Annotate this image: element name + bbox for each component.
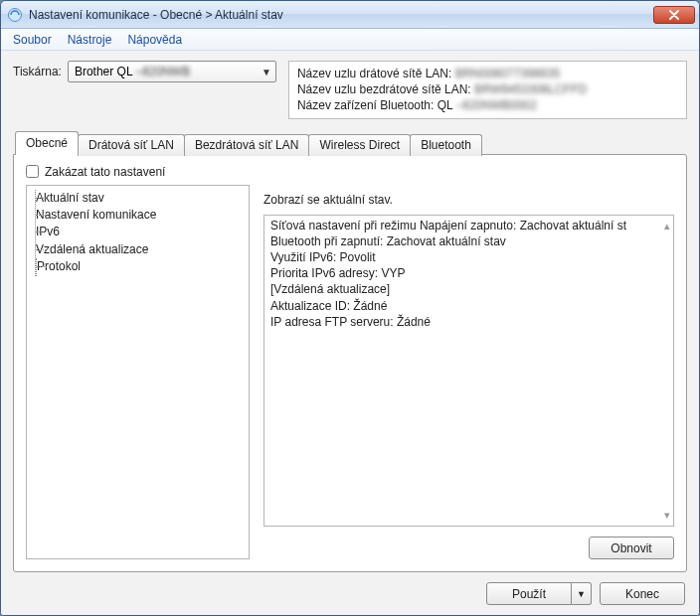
- info-bluetooth: Název zařízení Bluetooth: QL –820NWB0002: [297, 97, 678, 113]
- apply-dropdown-button[interactable]: ▼: [572, 582, 592, 605]
- tab-wireless-direct[interactable]: Wireless Direct: [308, 134, 411, 156]
- window-title: Nastavení komunikace - Obecné > Aktuální…: [29, 8, 653, 22]
- tab-panel-general: Zakázat tato nastavení Aktuální stav Nas…: [13, 154, 687, 572]
- apply-button[interactable]: Použít: [486, 582, 572, 605]
- titlebar[interactable]: Nastavení komunikace - Obecné > Aktuální…: [1, 1, 699, 29]
- printer-value-blur: –820NWB: [136, 65, 191, 78]
- disable-settings-label: Zakázat tato nastavení: [45, 165, 165, 179]
- tree-protocol[interactable]: Protokol: [37, 258, 245, 275]
- status-line: Síťová nastavení při režimu Napájení zap…: [270, 218, 667, 233]
- tree-remote-update-label: Vzdálená aktualizace: [36, 242, 148, 256]
- printer-block: Tiskárna: Brother QL –820NWB ▼: [13, 61, 276, 82]
- status-line: [Vzdálená aktualizace]: [270, 281, 667, 297]
- window-frame: Nastavení komunikace - Obecné > Aktuální…: [0, 0, 700, 616]
- printer-select-value: Brother QL –820NWB: [75, 65, 190, 78]
- info-wired: Název uzlu drátové sítě LAN: BRN00807739…: [297, 66, 678, 81]
- menubar: Soubor Nástroje Nápověda: [1, 29, 699, 51]
- menu-file[interactable]: Soubor: [7, 31, 58, 49]
- info-wireless: Název uzlu bezdrátové sítě LAN: BRW94533…: [297, 81, 678, 97]
- columns: Aktuální stav Nastavení komunikace IPv6 …: [26, 185, 674, 559]
- right-pane-title: Zobrazí se aktuální stav.: [263, 193, 674, 207]
- footer-buttons: Použít ▼ Konec: [13, 572, 687, 605]
- right-pane: Zobrazí se aktuální stav. Síťová nastave…: [263, 185, 674, 559]
- info-bt-prefix: QL: [438, 98, 453, 112]
- refresh-row: Obnovit: [263, 537, 674, 559]
- info-wired-label: Název uzlu drátové sítě LAN:: [297, 67, 451, 80]
- status-line: Bluetooth při zapnutí: Zachovat aktuální…: [270, 233, 667, 249]
- node-info-box: Název uzlu drátové sítě LAN: BRN00807739…: [288, 61, 687, 119]
- tabstrip: Obecné Drátová síť LAN Bezdrátová síť LA…: [13, 131, 687, 155]
- info-wireless-value: BRW9453306LCFFD: [474, 82, 587, 96]
- info-bt-value: –820NWB0002: [456, 98, 537, 112]
- printer-select[interactable]: Brother QL –820NWB ▼: [68, 61, 276, 82]
- status-line: Priorita IPv6 adresy: VYP: [270, 265, 667, 281]
- tab-general[interactable]: Obecné: [15, 131, 79, 155]
- tree-remote-update[interactable]: Vzdálená aktualizace Protokol: [36, 241, 245, 276]
- tree-comm-settings[interactable]: Nastavení komunikace: [36, 207, 245, 224]
- close-button[interactable]: Konec: [600, 582, 685, 605]
- scroll-down-icon[interactable]: ▾: [664, 508, 670, 523]
- disable-settings-row[interactable]: Zakázat tato nastavení: [26, 165, 674, 179]
- app-icon: [7, 7, 23, 23]
- top-row: Tiskárna: Brother QL –820NWB ▼ Název uzl…: [13, 61, 687, 119]
- status-line: Aktualizace ID: Žádné: [270, 298, 667, 314]
- status-line: IP adresa FTP serveru: Žádné: [270, 314, 667, 330]
- tab-wireless[interactable]: Bezdrátová síť LAN: [184, 134, 310, 156]
- tab-area: Obecné Drátová síť LAN Bezdrátová síť LA…: [13, 131, 687, 572]
- client-area: Tiskárna: Brother QL –820NWB ▼ Název uzl…: [1, 51, 699, 615]
- status-textbox[interactable]: Síťová nastavení při režimu Napájení zap…: [263, 215, 674, 527]
- info-wired-value: BRN008077398935: [455, 67, 560, 80]
- tree-ipv6[interactable]: IPv6: [36, 224, 245, 240]
- chevron-down-icon: ▼: [262, 67, 271, 77]
- tab-wired[interactable]: Drátová síť LAN: [78, 134, 185, 156]
- printer-value-prefix: Brother QL: [75, 65, 132, 78]
- disable-settings-checkbox[interactable]: [26, 165, 39, 178]
- scroll-up-icon[interactable]: ▴: [664, 219, 670, 233]
- info-wireless-label: Název uzlu bezdrátové sítě LAN:: [297, 82, 471, 96]
- apply-split-button: Použít ▼: [486, 582, 592, 605]
- printer-label: Tiskárna:: [13, 65, 62, 78]
- menu-help[interactable]: Nápověda: [121, 31, 188, 49]
- tree-current-status[interactable]: Aktuální stav: [36, 190, 245, 207]
- settings-tree[interactable]: Aktuální stav Nastavení komunikace IPv6 …: [26, 185, 250, 559]
- close-icon[interactable]: [653, 6, 695, 24]
- refresh-button[interactable]: Obnovit: [589, 537, 674, 559]
- info-bt-label: Název zařízení Bluetooth:: [297, 98, 434, 112]
- tab-bluetooth[interactable]: Bluetooth: [410, 134, 482, 156]
- menu-tools[interactable]: Nástroje: [62, 31, 118, 49]
- status-line: Využití IPv6: Povolit: [270, 249, 667, 265]
